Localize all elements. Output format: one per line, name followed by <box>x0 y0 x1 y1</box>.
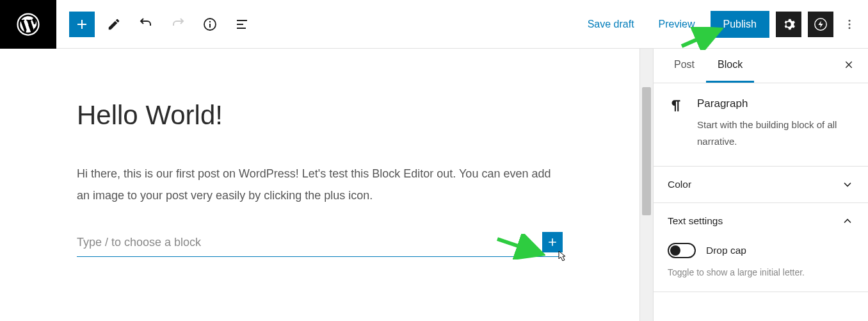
wordpress-logo[interactable] <box>0 0 56 49</box>
plus-icon <box>74 17 90 32</box>
color-panel[interactable]: Color <box>654 167 868 203</box>
block-info-section: Paragraph Start with the building block … <box>654 83 868 167</box>
pencil-icon <box>107 17 121 31</box>
block-info-text: Paragraph Start with the building block … <box>697 97 854 149</box>
chevron-down-icon <box>841 178 854 191</box>
drop-cap-hint: Toggle to show a large initial letter. <box>668 267 854 277</box>
publish-button[interactable]: Publish <box>711 11 769 38</box>
save-draft-button[interactable]: Save draft <box>579 12 643 37</box>
chevron-up-icon <box>841 215 854 227</box>
pilcrow-icon <box>668 97 684 114</box>
svg-point-2 <box>209 21 211 22</box>
info-button[interactable] <box>197 12 223 37</box>
outline-button[interactable] <box>229 12 255 37</box>
undo-icon <box>138 17 154 32</box>
svg-point-4 <box>849 19 851 21</box>
close-sidebar-button[interactable] <box>839 54 859 78</box>
text-settings-title: Text settings <box>668 215 723 227</box>
dots-vertical-icon <box>843 18 856 31</box>
settings-sidebar: Post Block Paragraph Start with the buil… <box>653 49 868 321</box>
tab-block[interactable]: Block <box>706 49 754 83</box>
editor-canvas[interactable]: Hello World! Hi there, this is our first… <box>0 49 640 321</box>
more-options-button[interactable] <box>840 12 859 37</box>
block-description: Start with the building block of all nar… <box>697 117 854 149</box>
text-settings-body: Drop cap Toggle to show a large initial … <box>654 239 868 292</box>
drop-cap-row: Drop cap <box>668 243 854 258</box>
top-toolbar: Save draft Preview Publish <box>0 0 868 49</box>
post-title[interactable]: Hello World! <box>77 100 563 131</box>
color-panel-title: Color <box>668 179 691 190</box>
main-area: Hello World! Hi there, this is our first… <box>0 49 868 321</box>
toolbar-right: Save draft Preview Publish <box>579 11 868 38</box>
text-settings-panel[interactable]: Text settings <box>654 203 868 239</box>
undo-button[interactable] <box>133 12 159 37</box>
outline-icon <box>234 17 250 32</box>
post-paragraph[interactable]: Hi there, this is our first post on Word… <box>77 163 563 206</box>
drop-cap-label: Drop cap <box>706 245 746 256</box>
redo-button[interactable] <box>165 12 191 37</box>
plus-icon <box>546 236 559 249</box>
info-icon <box>202 17 218 32</box>
plugin-button[interactable] <box>808 12 833 37</box>
gear-icon <box>782 17 796 31</box>
svg-point-5 <box>849 23 851 25</box>
flash-icon <box>814 17 828 31</box>
scrollbar-thumb[interactable] <box>642 87 651 215</box>
block-inserter-row <box>77 232 563 257</box>
wordpress-icon <box>17 13 40 36</box>
settings-button[interactable] <box>776 12 801 37</box>
block-name: Paragraph <box>697 97 854 110</box>
redo-icon <box>170 17 186 32</box>
tab-post[interactable]: Post <box>663 49 706 83</box>
inline-add-block-button[interactable] <box>542 232 563 252</box>
block-type-input[interactable] <box>77 236 542 249</box>
svg-point-6 <box>849 27 851 29</box>
sidebar-tabs: Post Block <box>654 49 868 83</box>
edit-button[interactable] <box>101 12 127 37</box>
toggle-knob <box>670 245 680 256</box>
close-icon <box>844 60 854 70</box>
cursor-icon <box>558 250 569 263</box>
toolbar-left <box>56 12 255 37</box>
editor-scrollbar[interactable] <box>640 49 653 321</box>
paragraph-block-icon <box>668 97 684 149</box>
add-block-button[interactable] <box>69 12 95 37</box>
preview-button[interactable]: Preview <box>650 12 704 37</box>
drop-cap-toggle[interactable] <box>668 243 696 258</box>
